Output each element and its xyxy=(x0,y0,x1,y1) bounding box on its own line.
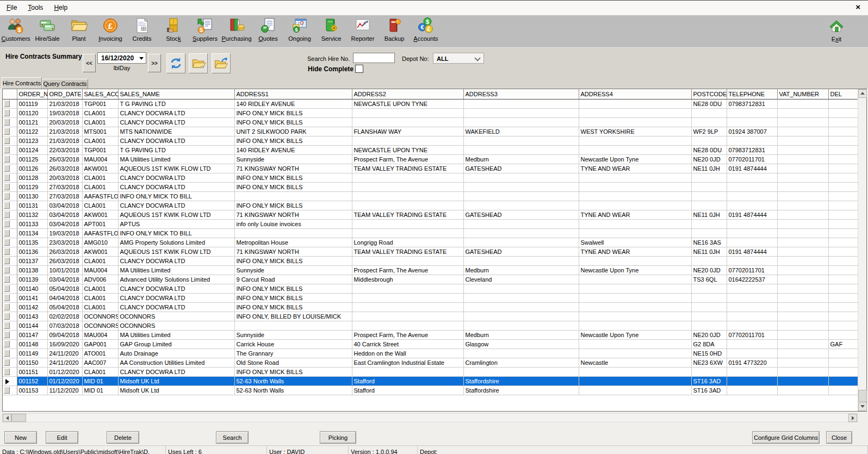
toolbar-button-exit[interactable]: Exit xyxy=(821,16,852,47)
toolbar-button-backup[interactable]: Backup xyxy=(379,15,410,46)
table-row[interactable]: 00113419/03/2018AAFASTFLOWINFO ONLY MICK… xyxy=(3,228,858,238)
export-folder-button[interactable] xyxy=(212,53,231,73)
toolbar-button-customers[interactable]: Customers xyxy=(0,15,32,46)
table-row[interactable]: 00113810/01/2018MAU004MA Utilities Limit… xyxy=(3,265,858,275)
table-row[interactable]: 00115201/12/2020MID 01Midsoft UK Ltd52-6… xyxy=(3,376,858,385)
table-row[interactable]: 00111921/03/2018TGP001T G PAVING LTD140 … xyxy=(3,99,858,108)
date-dropdown[interactable]: 16/12/2020 xyxy=(97,52,146,64)
column-header-sales-acc[interactable]: SALES_ACC xyxy=(82,89,118,99)
column-header-order-num[interactable]: ORDER_NUM xyxy=(17,89,47,99)
column-header-del[interactable]: DEL xyxy=(828,89,858,99)
table-row[interactable]: 00114302/02/2018OCONNORSOCONNORSINFO ONL… xyxy=(3,312,858,321)
cell: CLA001 xyxy=(82,201,118,210)
toolbar-button-credits[interactable]: Credits xyxy=(126,15,158,46)
toolbar-button-service[interactable]: Service xyxy=(315,15,347,46)
cell xyxy=(828,302,858,312)
menu-file[interactable]: File xyxy=(1,1,22,11)
column-header-address1[interactable]: ADDRESS1 xyxy=(234,89,352,99)
toolbar-button-hire-sale[interactable]: Hire/Sale xyxy=(32,15,63,46)
toolbar-button-quotes[interactable]: Quotes xyxy=(252,15,284,46)
toolbar-button-reporter[interactable]: Reporter xyxy=(347,15,379,46)
table-row[interactable]: 00112927/03/2018CLA001CLANCY DOCWRA LTDI… xyxy=(3,182,858,191)
column-header-vat-number[interactable]: VAT_NUMBER xyxy=(777,89,828,99)
hide-complete-checkbox[interactable] xyxy=(355,65,363,73)
table-row[interactable]: 00113203/04/2018AKW001AQUEOUS 1ST KWIK F… xyxy=(3,210,858,219)
edit-button[interactable]: Edit xyxy=(46,431,78,444)
delete-button[interactable]: Delete xyxy=(107,431,139,444)
column-header-ord-date[interactable]: ORD_DATE xyxy=(47,89,82,99)
scroll-down-button[interactable] xyxy=(858,402,867,411)
scroll-left-button[interactable] xyxy=(3,414,11,422)
row-indicator-box xyxy=(4,109,10,116)
row-indicator-box xyxy=(4,387,10,394)
horizontal-scrollbar-thumb[interactable] xyxy=(11,414,26,422)
table-row[interactable]: 00115024/11/2020AAC007AA Construction Ut… xyxy=(3,358,858,367)
scroll-right-button[interactable] xyxy=(848,414,857,422)
table-row[interactable]: 00112019/03/2018CLA001CLANCY DOCWRA LTDI… xyxy=(3,108,858,117)
column-header-sales-name[interactable]: SALES_NAME xyxy=(118,89,234,99)
table-row[interactable]: 00113523/03/2018AMG010AMG Property Solut… xyxy=(3,238,858,247)
depot-dropdown[interactable]: ALL xyxy=(433,53,484,64)
toolbar-button-stock[interactable]: Stock xyxy=(158,15,189,46)
table-row[interactable]: 00114407/03/2018OCONNORSOCONNORS xyxy=(3,321,858,330)
search-hire-no-input[interactable] xyxy=(353,53,395,63)
toolbar-button-invoicing[interactable]: Invoicing xyxy=(95,15,126,46)
table-row[interactable]: 00113103/04/2018CLA001CLANCY DOCWRA LTDI… xyxy=(3,201,858,210)
table-row[interactable]: 00113726/03/2018CLA001CLANCY DOCWRA LTDI… xyxy=(3,256,858,265)
cell: 001148 xyxy=(17,339,47,349)
configure-grid-columns-button[interactable]: Configure Grid Columns xyxy=(752,431,820,444)
table-row[interactable]: 00112422/03/2018TGP001T G PAVING LTD140 … xyxy=(3,145,858,154)
table-row[interactable]: 00113027/03/2018AAFASTFLOWINFO ONLY MICK… xyxy=(3,191,858,201)
scroll-up-button[interactable] xyxy=(858,89,867,98)
column-header-address4[interactable]: ADDRESS4 xyxy=(579,89,691,99)
tab-query-contracts[interactable]: Query Contracts xyxy=(42,79,88,89)
table-row[interactable]: 00114205/04/2018CLA001CLANCY DOCWRA LTDI… xyxy=(3,302,858,312)
tab-hire-contracts[interactable]: Hire Contracts xyxy=(2,77,42,89)
table-row[interactable]: 00112221/03/2018MTS001MTS NATIONWIDEUNIT… xyxy=(3,127,858,136)
vertical-scrollbar[interactable] xyxy=(858,89,866,411)
window-close-icon[interactable]: × xyxy=(855,3,860,11)
column-header-address2[interactable]: ADDRESS2 xyxy=(352,89,463,99)
menu-tools[interactable]: Tools xyxy=(22,1,48,11)
cell: 09/04/2018 xyxy=(47,330,82,339)
horizontal-scrollbar[interactable] xyxy=(2,413,858,422)
cell xyxy=(777,302,828,312)
table-row[interactable]: 00114104/04/2018CLA001CLANCY DOCWRA LTDI… xyxy=(3,293,858,302)
cell xyxy=(352,173,463,182)
open-folder-button[interactable] xyxy=(189,53,208,73)
toolbar-button-suppliers[interactable]: Suppliers xyxy=(189,15,221,46)
column-header-indicator[interactable] xyxy=(3,89,17,99)
toolbar-button-accounts[interactable]: Accounts xyxy=(410,15,442,46)
table-row[interactable]: 00113303/04/2018APT001APTUSinfo only Lou… xyxy=(3,219,858,228)
toolbar-button-purchasing[interactable]: Purchasing xyxy=(221,15,252,46)
menu-help[interactable]: Help xyxy=(48,1,73,11)
table-row[interactable]: 00112120/03/2018CLA001CLANCY DOCWRA LTDI… xyxy=(3,117,858,127)
column-header-address3[interactable]: ADDRESS3 xyxy=(463,89,579,99)
search-button[interactable]: Search xyxy=(216,431,249,444)
table-row[interactable]: 00112526/03/2018MAU004MA Utilities Limit… xyxy=(3,154,858,164)
table-row[interactable]: 00113626/03/2018AKW001AQUEOUS 1ST KWIK F… xyxy=(3,247,858,256)
column-header-postcode[interactable]: POSTCODE xyxy=(691,89,727,99)
table-row[interactable]: 00114005/04/2018CLA001CLANCY DOCWRA LTDI… xyxy=(3,284,858,293)
next-day-button[interactable]: >> xyxy=(148,54,161,72)
toolbar-button-ongoing[interactable]: Ongoing xyxy=(284,15,315,46)
close-button[interactable]: Close xyxy=(826,431,852,444)
table-row[interactable]: 00112626/03/2018AKW001AQUEOUS 1ST KWIK F… xyxy=(3,164,858,173)
table-row[interactable]: 00112321/03/2018CLA001CLANCY DOCWRA LTDI… xyxy=(3,136,858,145)
table-row[interactable]: 00114924/11/2020ATO001Auto DrainageThe G… xyxy=(3,349,858,358)
new-button[interactable]: New xyxy=(4,431,37,444)
vertical-scrollbar-thumb[interactable] xyxy=(858,390,867,402)
row-indicator xyxy=(3,191,17,201)
picking-button[interactable]: Picking xyxy=(320,431,356,444)
table-row[interactable]: 00115101/12/2020CLA001CLANCY DOCWRA LTDI… xyxy=(3,367,858,376)
exit-icon xyxy=(828,17,845,35)
table-row[interactable]: 00114709/04/2018MAU004MA Utilities Limit… xyxy=(3,330,858,339)
refresh-button[interactable] xyxy=(166,53,185,73)
previous-day-button[interactable]: << xyxy=(83,54,96,72)
column-header-telephone[interactable]: TELEPHONE xyxy=(727,89,777,99)
table-row[interactable]: 00114816/09/2020GAP001GAP Group LimitedC… xyxy=(3,339,858,349)
table-row[interactable]: 00112820/03/2018CLA001CLANCY DOCWRA LTDI… xyxy=(3,173,858,182)
table-row[interactable]: 00115311/12/2020MID 01Midsoft UK Ltd52-6… xyxy=(3,385,858,395)
toolbar-button-plant[interactable]: Plant xyxy=(63,15,95,46)
table-row[interactable]: 00113903/04/2018ADV006Advanced Utility S… xyxy=(3,275,858,284)
